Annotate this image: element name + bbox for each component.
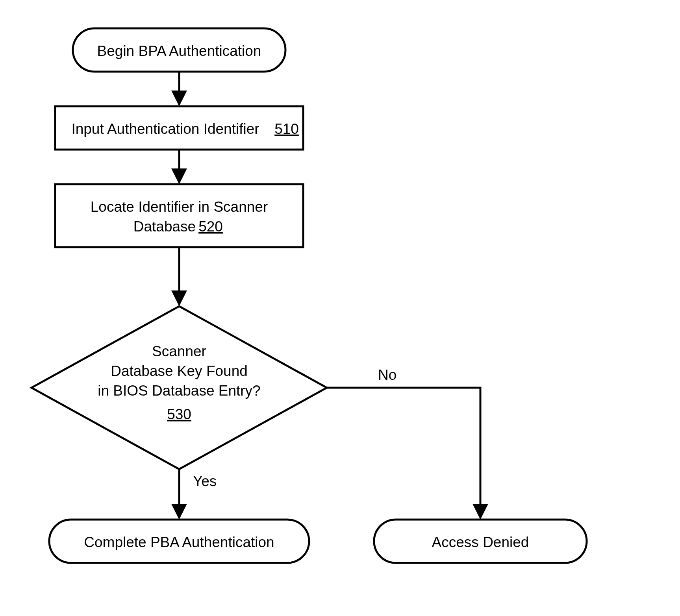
step2-line2: Database <box>133 218 196 235</box>
decision-line3: in BIOS Database Entry? <box>98 383 260 399</box>
step2-ref: 520 <box>198 218 223 235</box>
decision-ref: 530 <box>167 406 191 422</box>
decision-yes-label: Yes <box>193 473 217 489</box>
step1-ref: 510 <box>274 121 299 137</box>
step2-node: Locate Identifier in Scanner Database 52… <box>55 184 303 247</box>
step2-line1: Locate Identifier in Scanner <box>91 199 268 215</box>
flowchart-svg: Begin BPA Authentication Input Authentic… <box>0 0 680 616</box>
svg-rect-2 <box>55 184 303 247</box>
end-yes-label: Complete PBA Authentication <box>84 534 274 550</box>
end-yes-node: Complete PBA Authentication <box>49 520 309 563</box>
decision-line2: Database Key Found <box>111 363 248 379</box>
start-node: Begin BPA Authentication <box>73 28 285 72</box>
edge-decision-no <box>327 388 480 516</box>
start-label: Begin BPA Authentication <box>97 43 261 59</box>
decision-node: Scanner Database Key Found in BIOS Datab… <box>31 306 327 469</box>
end-no-label: Access Denied <box>432 534 529 550</box>
step1-node: Input Authentication Identifier 510 <box>55 106 303 150</box>
end-no-node: Access Denied <box>374 520 587 563</box>
decision-no-label: No <box>378 367 397 383</box>
decision-line1: Scanner <box>152 343 206 359</box>
step1-label: Input Authentication Identifier <box>71 121 259 137</box>
